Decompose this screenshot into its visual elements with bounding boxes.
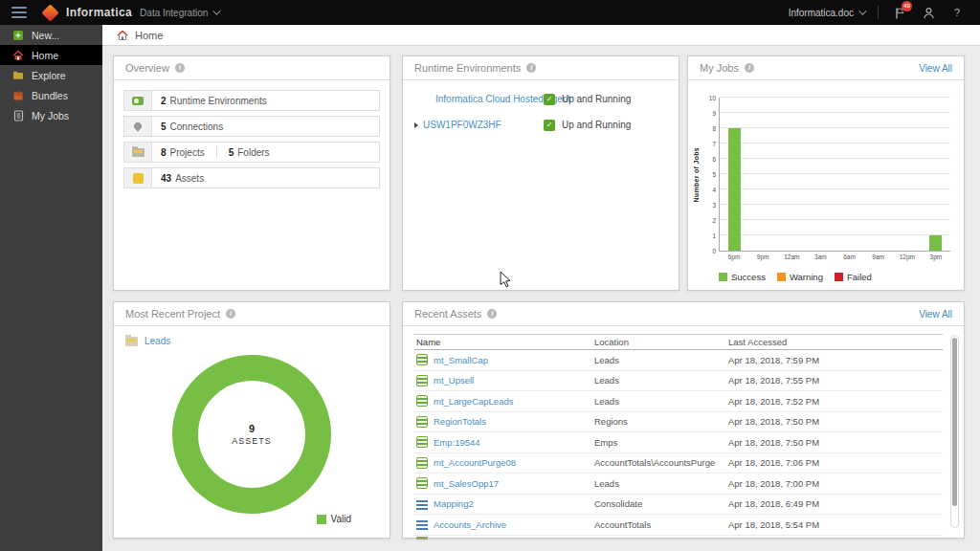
mouse-cursor [500,271,512,288]
x-tick-label: 3am [814,253,827,260]
project-folder-icon [124,143,152,162]
asset-link[interactable]: RegionTotals [434,416,486,427]
table-row[interactable]: Mapping2 Consolidate Apr 18, 2018, 6:49 … [414,495,943,516]
hamburger-menu-icon[interactable] [11,7,27,18]
info-icon[interactable]: i [745,63,754,73]
chart-gridline [720,188,950,189]
table-scrollbar-thumb[interactable] [952,338,957,506]
info-icon[interactable]: i [487,309,497,319]
sidebar-item-new[interactable]: New... [0,25,102,45]
asset-link[interactable]: Emp:19544 [434,437,480,448]
column-header-name[interactable]: Name [414,337,594,347]
legend-swatch [835,273,843,281]
info-icon[interactable]: i [526,63,536,73]
legend-swatch [777,273,786,281]
asset-link[interactable]: mt_Upsell [434,375,474,386]
asset-last-accessed: Apr 18, 2018, 7:59 PM [728,355,943,365]
label2: Folders [237,147,269,158]
column-header-location[interactable]: Location [594,337,728,347]
asset-link[interactable]: mt_SalesOpp17 [434,478,499,489]
user-profile-icon[interactable] [921,5,936,20]
asset-location: Regions [594,416,728,427]
main-content: Home Overview i 2Runtime Environments 5C… [102,25,980,551]
sidebar-item-bundles[interactable]: Bundles [0,85,102,105]
x-tick-label: 12am [784,253,799,260]
info-icon[interactable]: i [175,63,185,73]
overview-assets-row[interactable]: 43Assets [123,167,380,188]
table-row[interactable]: mt_Upsell Leads Apr 18, 2018, 7:55 PM [414,371,943,392]
module-name: Data Integration [140,8,208,18]
asset-link[interactable]: mt_AccountPurge08 [434,457,516,468]
asset-link[interactable]: mt_SmallCap [434,355,488,365]
y-tick-label: 6 [704,156,716,163]
project-folder-icon [125,337,138,346]
chart-gridline [720,173,950,174]
x-tick-label: 6am [843,253,856,260]
table-row[interactable]: Emp:19544 Emps Apr 18, 2018, 7:50 PM [414,432,943,453]
x-tick-label: 9pm [757,253,769,260]
runtime-environment-link[interactable]: USW1PF0WZ3HF [423,120,501,130]
label: Projects [170,147,205,158]
donut-legend: Valid [317,514,352,524]
chevron-down-icon [212,7,220,14]
project-link[interactable]: Leads [145,336,170,346]
legend-swatch [317,515,326,524]
asset-last-accessed: Apr 18, 2018, 7:06 PM [728,457,943,468]
asset-link[interactable]: Accounts_Archive [434,519,506,530]
mapping-task-icon [416,416,428,428]
info-icon[interactable]: i [226,309,235,319]
jobs-chart-legend: SuccessWarningFailed [719,272,872,282]
divider [878,6,879,19]
check-icon: ✓ [544,94,555,105]
asset-location: AccountTotals\AccountsPurge [594,457,728,468]
column-header-last-accessed[interactable]: Last Accessed [728,337,943,347]
y-tick-label: 4 [704,187,716,193]
table-row[interactable]: mt_AccountPurge08 AccountTotals\Accounts… [414,453,943,474]
legend-label: Valid [331,514,352,524]
app-window: Informatica Data Integration Informatica… [0,0,980,551]
asset-last-accessed: Apr 18, 2018, 7:52 PM [728,396,943,407]
sidebar-item-my-jobs[interactable]: My Jobs [0,105,102,125]
y-tick-label: 2 [704,217,716,224]
label: Connections [170,121,224,132]
partial-row-icon [416,537,428,540]
table-row[interactable]: Accounts_Archive AccountTotals Apr 18, 2… [414,515,943,536]
x-tick-label: 9am [872,253,884,260]
y-tick-label: 8 [704,125,716,132]
folder-icon [12,70,24,81]
sidebar-item-explore[interactable]: Explore [0,65,102,85]
mapping-task-icon [416,354,428,365]
expand-icon[interactable] [414,122,418,128]
view-all-link[interactable]: View All [919,309,952,320]
asset-link[interactable]: Mapping2 [434,498,474,509]
mapping-task-icon [416,395,428,407]
mapping-task-icon [416,375,428,386]
table-header-row: Name Location Last Accessed [414,334,943,350]
table-row[interactable]: RegionTotals Regions Apr 18, 2018, 7:50 … [414,412,943,433]
table-row[interactable]: mt_SmallCap Leads Apr 18, 2018, 7:59 PM [414,350,943,371]
notifications-flag-icon[interactable]: 49 [892,5,907,20]
card-title: Recent Assets [414,308,481,320]
table-row[interactable]: mt_SalesOpp17 Leads Apr 18, 2018, 7:00 P… [414,474,943,495]
module-switcher[interactable]: Data Integration [140,8,218,18]
overview-projects-row[interactable]: 8Projects 5Folders [123,142,380,163]
org-menu-label: Informatica.doc [789,8,854,18]
org-menu[interactable]: Informatica.doc [789,8,864,18]
donut-center-label: ASSETS [232,436,272,446]
overview-connections-row[interactable]: 5Connections [123,116,380,137]
chart-gridline [720,143,950,143]
recent-assets-card: Recent Assets i View All Name Location L… [402,301,965,539]
card-title: Runtime Environments [414,62,521,74]
home-icon [117,30,128,41]
overview-runtime-environments-row[interactable]: 2Runtime Environments [123,90,380,111]
my-jobs-card: My Jobs i View All Number of Jobs 012345… [687,55,965,291]
help-icon[interactable]: ? [949,5,965,20]
asset-link[interactable]: mt_LargeCapLeads [434,396,513,407]
table-row[interactable]: mt_LargeCapLeads Leads Apr 18, 2018, 7:5… [414,391,943,412]
legend-swatch [719,273,727,281]
sidebar-nav: New... Home Explore Bundles My Jobs [0,25,102,551]
sidebar-item-home[interactable]: Home [0,45,102,65]
y-axis-label: Number of Jobs [693,147,700,202]
view-all-link[interactable]: View All [919,63,952,74]
count: 5 [161,121,167,132]
